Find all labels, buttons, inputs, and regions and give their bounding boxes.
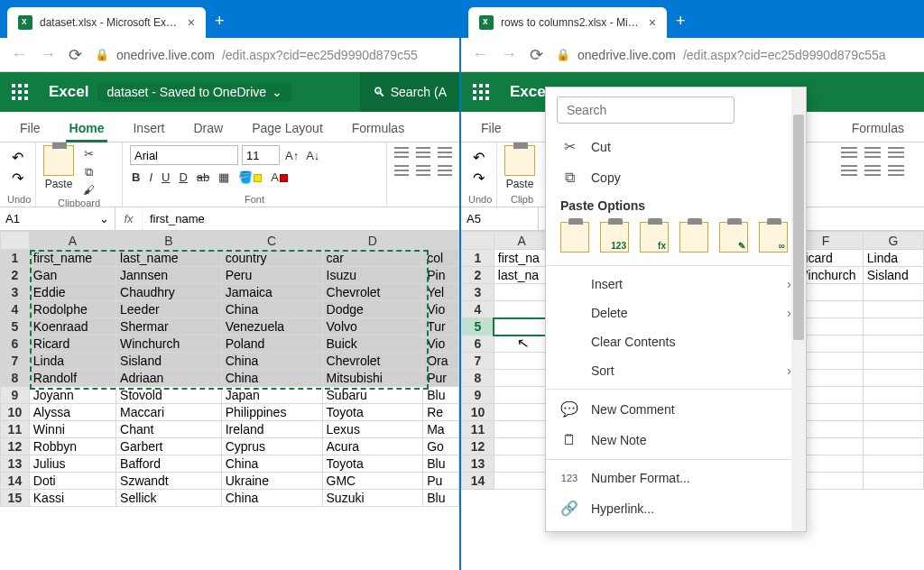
cell[interactable] [863,387,923,404]
col-header[interactable]: C [221,232,322,250]
menu-new-comment[interactable]: 💬New Comment [546,393,806,425]
cut-icon[interactable]: ✂ [79,147,97,161]
copy-icon[interactable]: ⧉ [79,165,97,179]
cell[interactable]: Chant [116,421,222,438]
col-header[interactable]: B [116,232,222,250]
grid-left[interactable]: ABCD1first_namelast_namecountrycarcol2Ga… [0,231,459,507]
address-bar[interactable]: 🔒 onedrive.live.com/edit.aspx?cid=ec25d9… [556,48,913,62]
row-header[interactable]: 3 [462,284,494,301]
menu-new-note[interactable]: 🗒New Note [546,425,806,455]
borders-icon[interactable]: ▦ [217,170,231,184]
cell[interactable]: Japan [221,387,322,404]
search-button[interactable]: 🔍︎Search (A [360,72,459,112]
cell[interactable]: China [221,301,322,318]
cell[interactable]: Toyota [322,404,423,421]
cell[interactable]: Szwandt [116,473,222,490]
doc-status[interactable]: dataset - Saved to OneDrive ⌄ [97,82,291,102]
italic-button[interactable]: I [147,170,154,184]
bold-button[interactable]: B [130,170,142,184]
cell[interactable] [863,284,923,301]
undo-icon[interactable]: ↶ [473,149,485,166]
row-header[interactable]: 15 [1,490,30,507]
cell[interactable] [863,421,923,438]
paste-button[interactable]: Paste [504,145,535,190]
font-size-select[interactable] [242,145,280,165]
apps-grid-icon[interactable] [461,72,501,112]
tab-formulas[interactable]: Formulas [337,115,419,142]
back-icon[interactable]: ← [11,45,27,64]
cell[interactable]: Ukraine [221,473,322,490]
formula-input[interactable]: first_name [143,207,459,230]
cell[interactable]: Vio [423,301,459,318]
cell[interactable]: Pu [423,473,459,490]
align-mid-icon[interactable] [864,147,881,160]
cell[interactable]: Eddie [29,284,116,301]
menu-clear-contents[interactable]: Clear Contents [546,327,806,356]
cell[interactable]: last_name [116,250,222,267]
cell[interactable]: Re [423,404,459,421]
cell[interactable] [494,301,550,318]
cell[interactable]: Randolf [29,370,116,387]
cell[interactable]: Cyprus [221,438,322,455]
row-header[interactable]: 12 [1,438,30,455]
cell[interactable]: first_na [494,250,550,267]
reload-icon[interactable]: ⟳ [530,45,543,65]
cell[interactable]: Alyssa [29,404,116,421]
cell[interactable]: Ireland [221,421,322,438]
format-painter-icon[interactable]: 🖌 [79,183,97,198]
cell[interactable]: GMC [322,473,423,490]
row-header[interactable]: 8 [1,370,30,387]
align-bot-icon[interactable] [888,147,904,160]
row-header[interactable]: 3 [1,284,30,301]
cell[interactable]: Pin [423,267,459,284]
col-header[interactable]: A [494,232,550,250]
cell[interactable] [494,473,550,490]
cell[interactable]: Yel [423,284,459,301]
cell[interactable]: Linda [29,353,116,370]
row-header[interactable]: 2 [1,267,30,284]
align-bot-icon[interactable] [438,147,452,160]
forward-icon[interactable]: → [501,45,517,64]
row-header[interactable]: 10 [1,404,30,421]
cell[interactable]: Buick [322,336,423,353]
fx-icon[interactable]: fx [116,207,143,230]
cell[interactable]: Pur [423,370,459,387]
undo-icon[interactable]: ↶ [12,149,23,166]
cell[interactable]: Tur [423,318,459,336]
redo-icon[interactable]: ↷ [473,170,485,187]
cell[interactable] [863,404,923,421]
row-header[interactable]: 10 [462,404,494,421]
cell[interactable]: Garbert [116,438,222,455]
cell[interactable]: Adriaan [116,370,222,387]
row-header[interactable]: 8 [462,370,494,387]
paste-option-link[interactable]: ∞ [759,222,788,253]
tab-draw[interactable]: Draw [179,115,237,142]
row-header[interactable]: 9 [462,387,494,404]
close-icon[interactable]: × [649,15,656,30]
cell[interactable]: Linda [863,250,923,267]
cell[interactable] [863,318,923,336]
tab-home[interactable]: Home [55,115,119,142]
browser-tab-left[interactable]: dataset.xlsx - Microsoft Excel Onl × [7,7,206,38]
cell[interactable]: China [221,455,322,473]
cell[interactable]: Shermar [116,318,222,336]
strike-button[interactable]: ab [195,170,211,184]
cell[interactable] [863,301,923,318]
row-header[interactable]: 14 [462,473,494,490]
align-left-icon[interactable] [394,165,409,178]
paste-option-transpose[interactable] [679,222,708,253]
col-header[interactable]: D [322,232,423,250]
paste-option-formatting[interactable]: ✎ [719,222,748,253]
align-right-icon[interactable] [438,165,452,178]
row-header[interactable]: 11 [1,421,30,438]
cell[interactable]: Chevrolet [322,353,423,370]
row-header[interactable]: 7 [1,353,30,370]
menu-copy[interactable]: ⧉Copy [546,162,806,193]
col-header[interactable] [423,232,459,250]
row-header[interactable]: 12 [462,438,494,455]
cell[interactable] [494,404,550,421]
cell[interactable]: Subaru [322,387,423,404]
row-header[interactable]: 4 [1,301,30,318]
cell[interactable]: Blu [423,455,459,473]
cell[interactable]: Chaudhry [116,284,222,301]
